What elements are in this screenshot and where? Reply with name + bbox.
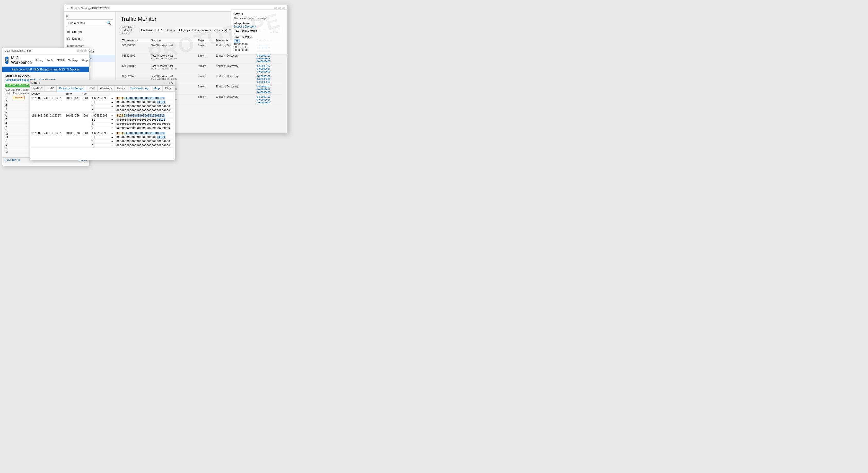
debug-binary: 00000000000000000000000000000000 xyxy=(115,108,175,113)
debug-tabs: SysEx7 UMP Property Exchange UDP Warning… xyxy=(30,86,175,92)
debug-close[interactable]: ✕ xyxy=(170,81,173,85)
tab-sysex7[interactable]: SysEx7 xyxy=(30,86,45,91)
debug-val: 0 xyxy=(90,139,110,144)
cell-hex: 0xF0000102 0x0000001F 0x00000000 xyxy=(255,74,282,84)
tab-warnings[interactable]: Warnings xyxy=(97,86,115,91)
raw-hex-container: 0x0 xyxy=(234,39,285,43)
debug-val: 31 xyxy=(90,100,110,104)
minimize-btn[interactable] xyxy=(274,7,277,10)
wb-menu-help[interactable]: Help xyxy=(82,58,89,63)
debug-val: 0 xyxy=(90,108,110,113)
help-link[interactable]: Help xyxy=(151,86,163,91)
groups-select[interactable]: All (Keys, Tone Generator, Sequencer) xyxy=(177,28,231,32)
raw-hex-value2: 00011111 xyxy=(234,46,285,49)
tab-property-exchange[interactable]: Property Exchange xyxy=(57,86,86,91)
endpoint-select[interactable]: Contoso GX-1 xyxy=(139,28,163,32)
maximize-btn[interactable] xyxy=(278,7,281,10)
debug-val: 0 xyxy=(90,104,110,108)
debug-binary: 00000000000000000000000011111 xyxy=(115,100,175,104)
devices-icon: ⬡ xyxy=(67,37,70,41)
hex-box: 0x0 xyxy=(234,39,240,43)
debug-binary: 00000000000000000000000000000000 xyxy=(115,122,175,126)
debug-binary: 00000000000000000000000011111 xyxy=(115,118,175,122)
wb-minimize[interactable] xyxy=(77,50,80,52)
sidebar-item-devices[interactable]: ⬡ Devices xyxy=(64,35,115,42)
wb-header: M MIDI Workbench Debug Tools SMF2 Settin… xyxy=(2,54,89,67)
cell-source: Test Windows Host xyxy=(150,43,196,54)
debug-window: Debug — □ ✕ SysEx7 UMP Property Exchange… xyxy=(30,80,175,160)
download-log-link[interactable]: Download Log xyxy=(128,86,151,91)
debug-val: 4026532098 xyxy=(90,131,110,135)
debug-io: Out xyxy=(82,131,90,148)
sidebar-item-setups[interactable]: ⊞ Setups xyxy=(64,28,115,35)
interp-label: Interpretation xyxy=(234,22,285,25)
cell-type: Stream xyxy=(196,64,215,74)
wb-title: MIDI Workbench 1.4.28 xyxy=(4,50,31,52)
search-bar[interactable]: 🔍 xyxy=(66,19,113,26)
close-btn[interactable] xyxy=(282,7,285,10)
wb-logo: M xyxy=(5,57,8,64)
cell-hex: 0xF0000102 0x0000001F 0x00000000 xyxy=(255,64,282,74)
wb-titlebar: MIDI Workbench 1.4.28 xyxy=(2,48,89,54)
debug-minimize[interactable]: — xyxy=(164,81,167,85)
search-icon: 🔍 xyxy=(106,20,112,25)
cell-hex: 0xF0000102 0x0000001F 0x00000000 xyxy=(255,54,282,64)
wb-menu-debug[interactable]: Debug xyxy=(34,58,43,63)
wb-menu-tools[interactable]: Tools xyxy=(46,58,54,63)
debug-val: 31 xyxy=(90,135,110,139)
debug-title: Debug xyxy=(31,81,40,84)
debug-val: 0 xyxy=(90,126,110,130)
debug-titlebar: Debug — □ ✕ xyxy=(30,80,175,86)
wb-close[interactable] xyxy=(84,50,87,52)
back-icon[interactable]: ← xyxy=(66,7,69,10)
tab-ump[interactable]: UMP xyxy=(45,86,56,91)
wb-menu-smf2[interactable]: SMF2 xyxy=(56,58,65,63)
col-port: Port xyxy=(5,92,13,95)
cell-ts: 535508109 xyxy=(121,54,150,64)
col-binary xyxy=(90,92,110,96)
wb-maximize[interactable] xyxy=(80,50,83,52)
hamburger-icon[interactable]: ≡ xyxy=(64,13,70,19)
debug-val: 31 xyxy=(90,118,110,122)
status-panel: Status The type of stream message Interp… xyxy=(231,9,287,54)
wb-menu-settings[interactable]: Settings xyxy=(68,58,79,63)
debug-time: 20:05.166 xyxy=(64,114,82,130)
debug-binary: 1111000000000000000010000010 xyxy=(115,131,175,135)
interp-value: Endpoint Discovery xyxy=(234,25,285,28)
debug-row: 192.168.240.1:13337 20:05.138 Out 402653… xyxy=(30,131,175,135)
cell-message: Endpoint Discovery xyxy=(214,64,255,74)
endpoint-label: From UMP Endpoint / Device xyxy=(121,26,137,35)
cell-type: Stream xyxy=(196,74,215,84)
settings-title: MIDI Settings PROTOTYPE xyxy=(74,7,110,10)
clear-btn[interactable]: Clear xyxy=(163,86,175,91)
tab-udp[interactable]: UDP xyxy=(86,86,97,91)
debug-maximize[interactable]: □ xyxy=(168,81,169,85)
search-input[interactable] xyxy=(68,21,105,25)
cell-type: Stream xyxy=(196,54,215,64)
col-timestamp: Timestamp xyxy=(121,38,150,43)
debug-device: 192.168.240.1:13337 xyxy=(30,114,64,130)
cell-type: Stream xyxy=(196,95,215,105)
debug-val: 0 xyxy=(90,122,110,126)
cell-message: Endpoint Discovery xyxy=(214,95,255,105)
cell-ts: 535508109 xyxy=(121,64,150,74)
management-label: Management xyxy=(64,42,115,48)
wb-ip-badge: 192.168.240.1:13337 xyxy=(5,84,33,88)
col-io: i/o xyxy=(82,92,90,96)
wb-banner[interactable]: Rediscover UMP MIDI Endpoints and MIDI-C… xyxy=(2,67,89,72)
raw-dec-value: 0 xyxy=(234,33,285,36)
tab-errors[interactable]: Errors xyxy=(115,86,128,91)
debug-time: 20:13.677 xyxy=(64,96,82,113)
raw-hex-value3: 0000000000 xyxy=(234,49,285,52)
debug-val: 0 xyxy=(90,144,110,148)
debug-io: Out xyxy=(82,114,90,130)
reload-icon[interactable]: ↻ xyxy=(70,6,73,10)
cell-hex: 0xF0000102 0x0000001F 0x00000000 xyxy=(255,84,282,95)
col-source: Source xyxy=(150,38,196,43)
debug-io: Out xyxy=(82,96,90,113)
turn-udp-on[interactable]: Turn UDP On xyxy=(4,159,20,161)
debug-device: 192.168.240.1:13337 xyxy=(30,96,64,113)
traffic-row: 535508109 Test Windows Host PMB-WCPRLoca… xyxy=(121,54,282,64)
debug-content: Device Time i/o 192.168.240.1:13337 20:1… xyxy=(30,92,175,148)
debug-table: Device Time i/o 192.168.240.1:13337 20:1… xyxy=(30,92,175,148)
